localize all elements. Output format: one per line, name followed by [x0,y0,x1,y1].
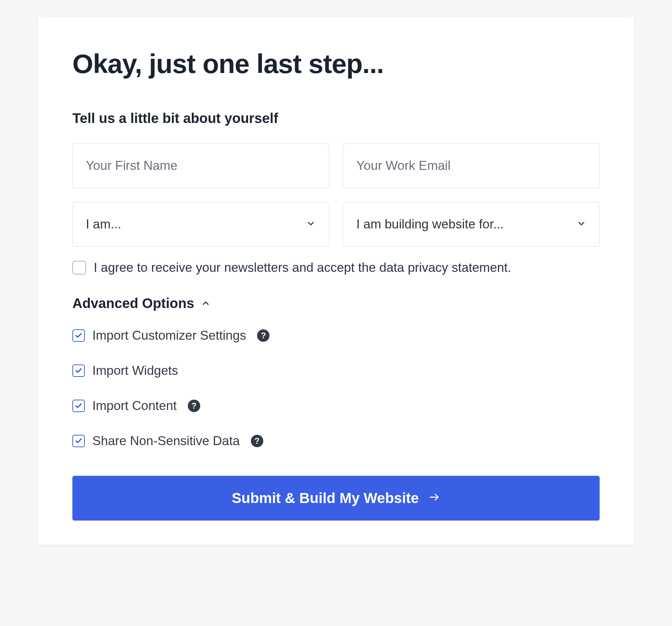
page-title: Okay, just one last step... [72,48,600,80]
advanced-label: Advanced Options [72,296,194,311]
option-label: Import Widgets [92,363,178,378]
consent-row: I agree to receive your newsletters and … [72,260,600,275]
option-label: Share Non-Sensitive Data [92,434,240,448]
help-icon[interactable]: ? [257,329,269,342]
option-label: Import Content [92,399,177,413]
first-name-field-wrap [72,143,329,188]
chevron-down-icon [306,217,316,232]
option-import-content: Import Content ? [72,399,600,413]
role-select-text: I am... [86,217,121,232]
option-import-customizer: Import Customizer Settings ? [72,328,600,343]
email-input[interactable] [356,158,586,173]
consent-label: I agree to receive your newsletters and … [94,260,511,275]
option-label: Import Customizer Settings [92,328,246,343]
role-select[interactable]: I am... [72,202,329,247]
first-name-input[interactable] [86,158,316,173]
option-checkbox[interactable] [72,400,85,412]
chevron-down-icon [577,217,586,232]
email-field-wrap [343,143,600,188]
submit-button[interactable]: Submit & Build My Website [72,476,600,521]
option-share-data: Share Non-Sensitive Data ? [72,434,600,448]
building-for-select[interactable]: I am building website for... [343,202,600,247]
building-for-select-text: I am building website for... [356,217,504,232]
chevron-up-icon [201,296,211,311]
option-import-widgets: Import Widgets [72,363,600,378]
input-row-2: I am... I am building website for... [72,202,600,247]
option-checkbox[interactable] [72,435,85,447]
section-subtitle: Tell us a little bit about yourself [72,111,600,126]
consent-checkbox[interactable] [72,261,86,275]
help-icon[interactable]: ? [188,400,200,412]
onboarding-card: Okay, just one last step... Tell us a li… [38,17,634,545]
advanced-toggle[interactable]: Advanced Options [72,296,600,311]
submit-label: Submit & Build My Website [232,490,419,506]
option-checkbox[interactable] [72,365,85,377]
help-icon[interactable]: ? [251,435,263,447]
arrow-right-icon [428,490,440,506]
option-checkbox[interactable] [72,329,85,342]
input-row-1 [72,143,600,188]
